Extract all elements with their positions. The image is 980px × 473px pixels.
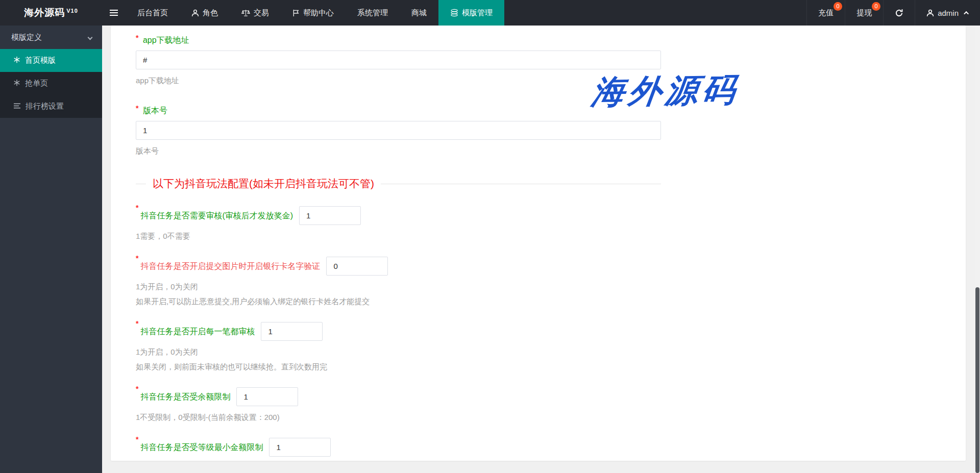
field-douyin-review-required: * 抖音任务是否需要审核(审核后才发放奖金) 1需要，0不需要 — [136, 206, 661, 242]
refresh-button[interactable] — [883, 0, 915, 26]
sidebar-item-label: 抢单页 — [25, 79, 48, 88]
scales-icon — [241, 9, 250, 17]
navbar-right: 充值 0 提现 0 admin — [806, 0, 980, 26]
douyin-bankcard-name-verify-input[interactable] — [326, 257, 388, 276]
settings-form-card: * app下载地址 app下载地址 * 版本号 版本号 以下为抖音玩法配置(如未… — [111, 26, 966, 461]
required-asterisk: * — [136, 34, 138, 42]
field-label: 抖音任务是否需要审核(审核后才发放奖金) — [140, 210, 293, 221]
main-menu: 后台首页 角色 交易 帮助中心 系统管理 商城 模版管理 — [126, 0, 504, 26]
person-icon — [191, 9, 199, 17]
nav-item-help-center[interactable]: 帮助中心 — [281, 0, 346, 26]
field-app-download-url: * app下载地址 app下载地址 — [136, 34, 661, 87]
field-version-number: * 版本号 版本号 — [136, 104, 661, 157]
field-helper: 如果开启,可以防止恶意提交,用户必须输入绑定的银行卡姓名才能提交 — [136, 295, 661, 308]
withdraw-button[interactable]: 提现 0 — [845, 0, 883, 26]
douyin-review-required-input[interactable] — [299, 206, 361, 225]
required-asterisk: * — [136, 319, 138, 328]
required-asterisk: * — [136, 385, 138, 393]
nav-item-label: 商城 — [411, 8, 427, 18]
field-label: 抖音任务是否受余额限制 — [140, 391, 230, 403]
recharge-badge: 0 — [834, 2, 842, 11]
douyin-level-min-amount-limit-input[interactable] — [269, 438, 331, 457]
douyin-balance-limit-input[interactable] — [236, 387, 298, 406]
sidebar-item-home-template[interactable]: 首页模版 — [0, 49, 102, 72]
nav-item-label: 系统管理 — [357, 8, 388, 18]
nav-item-shop[interactable]: 商城 — [400, 0, 438, 26]
nav-item-templates[interactable]: 模版管理 — [438, 0, 504, 26]
user-icon — [926, 9, 934, 17]
field-helper: 版本号 — [136, 144, 661, 157]
sidebar-submenu: 首页模版 抢单页 排行榜设置 — [0, 49, 102, 118]
required-asterisk: * — [136, 254, 138, 262]
section-divider: 以下为抖音玩法配置(如未开启抖音玩法可不管) — [136, 177, 661, 191]
sidebar-item-order-grab-page[interactable]: 抢单页 — [0, 72, 102, 95]
field-label: 抖音任务是否开启提交图片时开启银行卡名字验证 — [140, 261, 320, 272]
sidebar: 模版定义 首页模版 抢单页 排行榜设置 — [0, 26, 102, 473]
app-logo: 海外源码V10 — [0, 0, 102, 26]
snowflake-icon — [13, 79, 20, 88]
version-number-input[interactable] — [136, 121, 661, 140]
required-asterisk: * — [136, 435, 138, 443]
sidebar-group-label: 模版定义 — [11, 33, 42, 42]
database-layers-icon — [450, 9, 458, 17]
field-label: 版本号 — [143, 106, 167, 115]
sidebar-group-template-definition[interactable]: 模版定义 — [0, 26, 102, 49]
list-lines-icon — [13, 102, 21, 111]
field-douyin-balance-limit: * 抖音任务是否受余额限制 1不受限制，0受限制-(当前余额设置：200) — [136, 387, 661, 424]
douyin-review-each-order-input[interactable] — [261, 322, 323, 341]
nav-item-label: 帮助中心 — [303, 8, 334, 18]
main-content: * app下载地址 app下载地址 * 版本号 版本号 以下为抖音玩法配置(如未… — [102, 26, 980, 473]
sidebar-item-label: 首页模版 — [25, 56, 56, 65]
field-douyin-bankcard-name-verify: * 抖音任务是否开启提交图片时开启银行卡名字验证 1为开启，0为关闭 如果开启,… — [136, 257, 661, 308]
menu-toggle-icon[interactable] — [102, 0, 126, 26]
nav-item-roles[interactable]: 角色 — [180, 0, 230, 26]
nav-item-label: 后台首页 — [137, 8, 168, 18]
field-label: 抖音任务是否受等级最小金额限制 — [140, 442, 263, 453]
nav-item-dashboard[interactable]: 后台首页 — [126, 0, 180, 26]
app-download-url-input[interactable] — [136, 51, 661, 69]
field-label: app下载地址 — [143, 36, 189, 44]
refresh-icon — [895, 9, 903, 17]
user-menu[interactable]: admin — [915, 0, 980, 26]
required-asterisk: * — [136, 204, 138, 212]
field-douyin-review-each-order: * 抖音任务是否开启每一笔都审核 1为开启，0为关闭 如果关闭，则前面未审核的也… — [136, 322, 661, 373]
field-helper: app下载地址 — [136, 74, 661, 87]
nav-item-transactions[interactable]: 交易 — [230, 0, 281, 26]
chevron-down-icon — [88, 35, 93, 40]
flag-icon — [292, 9, 300, 17]
vertical-scrollbar[interactable] — [975, 26, 980, 473]
recharge-label: 充值 — [818, 8, 834, 18]
field-helper: 1为开启，0为关闭 — [136, 280, 661, 293]
nav-item-system[interactable]: 系统管理 — [346, 0, 400, 26]
field-helper: 如果关闭，则前面未审核的也可以继续抢。直到次数用完 — [136, 360, 661, 373]
field-helper: 1为开启，0为关闭 — [136, 345, 661, 358]
logo-text: 海外源码 — [24, 6, 65, 19]
nav-item-label: 模版管理 — [462, 8, 493, 18]
top-navbar: 海外源码V10 后台首页 角色 交易 帮助中心 系统管理 商城 模版管理 — [0, 0, 980, 26]
sidebar-item-label: 排行榜设置 — [26, 102, 64, 111]
nav-item-label: 角色 — [203, 8, 218, 18]
field-helper: 1需要，0不需要 — [136, 230, 661, 242]
recharge-button[interactable]: 充值 0 — [806, 0, 845, 26]
scrollbar-thumb[interactable] — [975, 287, 979, 473]
field-label: 抖音任务是否开启每一笔都审核 — [140, 326, 255, 337]
logo-version: V10 — [66, 8, 78, 14]
withdraw-label: 提现 — [856, 8, 872, 18]
required-asterisk: * — [136, 104, 138, 112]
sidebar-item-ranking-settings[interactable]: 排行榜设置 — [0, 95, 102, 118]
snowflake-icon — [13, 56, 20, 65]
field-helper: 1不受限制，0受限制-(当前余额设置：200) — [136, 411, 661, 424]
section-divider-title: 以下为抖音玩法配置(如未开启抖音玩法可不管) — [153, 177, 374, 191]
withdraw-badge: 0 — [872, 2, 880, 11]
username-label: admin — [938, 9, 959, 17]
nav-item-label: 交易 — [254, 8, 269, 18]
chevron-up-icon — [964, 11, 969, 16]
field-douyin-level-min-amount-limit: * 抖音任务是否受等级最小金额限制 1不受限制，0受限制 — [136, 438, 661, 461]
